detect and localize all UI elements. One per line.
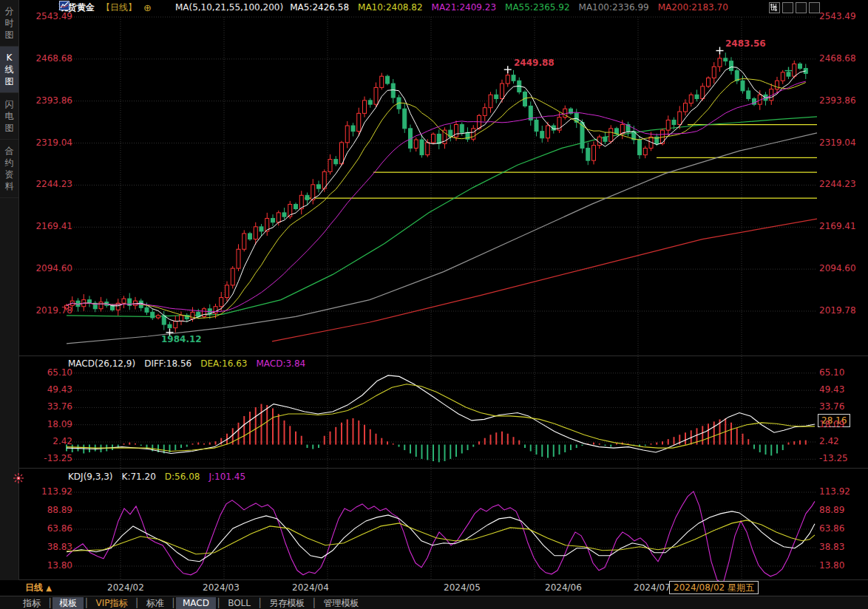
price-axis-label-left: 2019.78 (22, 305, 72, 316)
current-date-box: 2024/08/02 星期五 (669, 581, 759, 594)
alert-flash-icon[interactable] (13, 472, 24, 484)
axis-zoom-vertical-icon[interactable] (782, 2, 793, 13)
chart-type-sidebar: 分时图K线图闪电图合约资料 (0, 0, 19, 580)
period-selector[interactable]: 日线 ▲ (25, 582, 52, 594)
trading-app-window: 分时图K线图闪电图合约资料 现货黄金 【日线】 ⊕ MA(5,10,21,55,… (0, 0, 868, 609)
ma100-value: MA100:2336.99 (579, 2, 649, 13)
ma21-value: MA21:2409.23 (432, 2, 497, 13)
macd-axis-label-right: 2.42 (819, 436, 839, 446)
ma200-value: MA200:2183.70 (658, 2, 728, 13)
tab-管理模板[interactable]: 管理模板 (316, 597, 365, 609)
tab-MACD[interactable]: MACD (176, 597, 216, 609)
kdj-title: KDJ(9,3,3) (68, 472, 113, 482)
date-axis-label: 2024/06 (545, 582, 582, 593)
tab-separator: │ (84, 598, 89, 608)
macd-axis-label-right: 33.76 (819, 401, 844, 412)
price-axis-label-left: 2319.04 (22, 137, 72, 148)
axis-zoom-horizontal-icon[interactable] (796, 2, 807, 13)
kdj-axis-label-left: 63.86 (22, 523, 72, 534)
price-annotation-low-feb: 1984.12 (161, 334, 202, 344)
tab-separator: │ (47, 598, 52, 608)
kdj-j-value: J:101.45 (208, 472, 245, 482)
indicator-tab-bar: 指标│模板│VIP指标│标准│MACD│BOLL│另存模板│管理模板 (0, 596, 868, 609)
macd-axis-label-left: 49.43 (22, 384, 72, 395)
chevron-up-icon: ▲ (46, 584, 52, 592)
price-axis-label-right: 2393.86 (819, 95, 856, 106)
price-axis-label-left: 2244.23 (22, 179, 72, 189)
ma55-value: MA55:2365.92 (505, 2, 570, 13)
kdj-axis-label-right: 113.92 (819, 486, 850, 497)
chart-style-icon[interactable] (158, 3, 169, 13)
pan-chart-icon[interactable] (809, 2, 820, 13)
price-axis-label-right: 2319.04 (819, 137, 856, 148)
tab-标准[interactable]: 标准 (140, 597, 171, 609)
tab-separator: │ (216, 598, 221, 608)
kdj-axis-label-left: 88.89 (22, 505, 72, 515)
price-axis-label-right: 2244.23 (819, 179, 856, 189)
sidebar-item-3[interactable]: 合约资料 (0, 140, 18, 198)
macd-diff-value: DIFF:18.56 (144, 358, 191, 369)
kdj-axis-label-left: 38.83 (22, 542, 72, 552)
macd-title: MACD(26,12,9) (68, 358, 135, 369)
macd-dea-value: DEA:16.63 (200, 358, 247, 369)
price-axis-label-left: 2543.49 (22, 11, 72, 21)
date-axis-label: 2024/07 (634, 582, 671, 593)
kdj-d-value: D:56.08 (165, 472, 200, 482)
price-axis-label-right: 2019.78 (819, 305, 856, 316)
macd-axis-label-left: 33.76 (22, 401, 72, 412)
price-axis-label-right: 2169.41 (819, 221, 856, 231)
tab-BOLL[interactable]: BOLL (221, 597, 257, 609)
kdj-axis-label-right: 13.80 (819, 560, 844, 571)
date-axis-label: 2024/05 (444, 582, 481, 593)
date-axis-label: 2024/03 (203, 582, 240, 593)
ma10-value: MA10:2408.82 (358, 2, 423, 13)
kdj-axis-label-left: 13.80 (22, 560, 72, 571)
kdj-panel-header: KDJ(9,3,3) K:71.20 D:56.08 J:101.45 (68, 472, 245, 482)
sidebar-item-1[interactable]: K线图 (0, 47, 18, 93)
tab-VIP指标[interactable]: VIP指标 (89, 597, 134, 609)
price-axis-label-left: 2169.41 (22, 221, 72, 231)
sidebar-item-2[interactable]: 闪电图 (0, 93, 18, 140)
chart-toolbar (769, 2, 820, 13)
tab-另存模板[interactable]: 另存模板 (262, 597, 311, 609)
price-axis-label-left: 2393.86 (22, 95, 72, 106)
kdj-axis-label-right: 38.83 (819, 542, 844, 552)
price-axis-label-right: 2468.68 (819, 53, 856, 64)
kdj-axis-label-left: 113.92 (22, 486, 72, 497)
macd-axis-label-right: 18.09 (819, 419, 844, 429)
price-axis-label-left: 2094.60 (22, 263, 72, 273)
macd-axis-label-left: 18.09 (22, 419, 72, 429)
tab-separator: │ (134, 598, 139, 608)
chart-canvas[interactable] (0, 0, 868, 609)
price-axis-label-right: 2543.49 (819, 11, 856, 21)
tab-模板[interactable]: 模板 (52, 597, 84, 609)
macd-layer (67, 404, 806, 463)
price-annotation-high-may: 2449.88 (514, 58, 555, 68)
period-tag: 【日线】 (101, 1, 137, 14)
price-annotation-high-jul: 2483.56 (725, 38, 766, 49)
macd-axis-label-right: -13.25 (819, 453, 848, 463)
macd-axis-label-right: 49.43 (819, 384, 844, 395)
kdj-axis-label-right: 88.89 (819, 505, 844, 515)
macd-panel-header: MACD(26,12,9) DIFF:18.56 DEA:16.63 MACD:… (68, 358, 305, 369)
kdj-axis-label-right: 63.86 (819, 523, 844, 534)
ma-values-readout: MA5:2426.58MA10:2408.82MA21:2409.23MA55:… (290, 2, 728, 13)
tab-separator: │ (257, 598, 262, 608)
sidebar-item-0[interactable]: 分时图 (0, 0, 18, 47)
macd-axis-label-right: 65.10 (819, 367, 844, 378)
date-axis-label: 2024/02 (107, 582, 144, 593)
macd-hist-value: MACD:3.84 (256, 358, 305, 369)
price-axis-label-left: 2468.68 (22, 53, 72, 64)
ma5-value: MA5:2426.58 (290, 2, 349, 13)
macd-axis-label-left: -13.25 (22, 453, 72, 463)
tab-separator: │ (311, 598, 316, 608)
tab-指标[interactable]: 指标 (16, 597, 47, 609)
ma-settings-title: MA(5,10,21,55,100,200) (175, 2, 283, 13)
chart-header: 现货黄金 【日线】 ⊕ MA(5,10,21,55,100,200) MA5:2… (59, 1, 728, 14)
macd-axis-label-left: 65.10 (22, 367, 72, 378)
kdj-k-value: K:71.20 (122, 472, 156, 482)
date-axis-label: 2024/04 (292, 582, 329, 593)
macd-axis-label-left: 2.42 (22, 436, 72, 446)
price-axis-label-right: 2094.60 (819, 263, 856, 273)
zoom-in-icon[interactable]: ⊕ (143, 3, 152, 13)
